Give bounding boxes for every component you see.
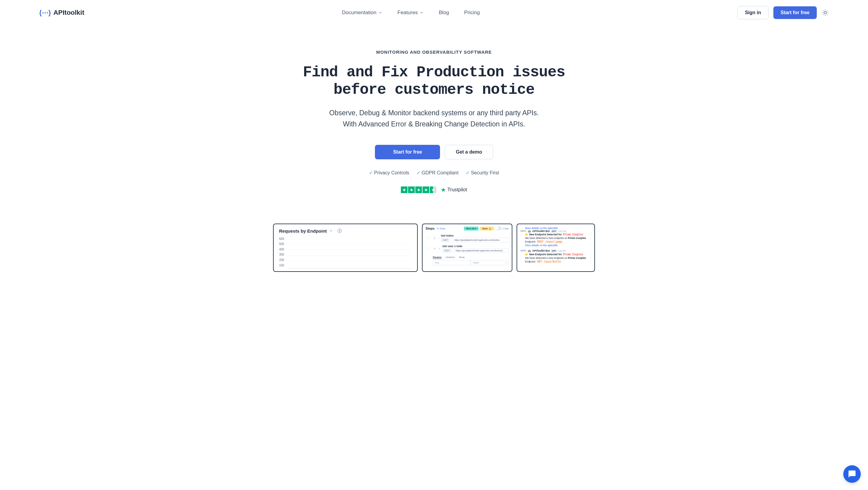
nav-pricing[interactable]: Pricing <box>464 10 480 16</box>
chevron-down-icon <box>438 248 441 250</box>
docs-link: ⇔ Docs <box>437 227 445 230</box>
sun-icon[interactable] <box>822 9 829 16</box>
star-half-icon: ★ <box>430 186 436 193</box>
hero-section: MONITORING AND OBSERVABILITY SOFTWARE Fi… <box>253 25 615 205</box>
svg-line-8 <box>827 10 827 11</box>
nav-features[interactable]: Features <box>398 10 424 16</box>
toggle-switch <box>495 227 502 230</box>
cta-start-free-button[interactable]: Start for free <box>375 145 440 159</box>
feature-gdpr: ✓GDPR Compliant <box>416 170 459 176</box>
chevron-down-icon <box>329 229 333 233</box>
chevron-down-icon <box>420 10 424 15</box>
nav-blog[interactable]: Blog <box>439 10 449 16</box>
info-icon: i <box>338 229 342 233</box>
nav-documentation[interactable]: Documentation <box>342 10 382 16</box>
steps-header: Steps ⇔ Docs Run all ▸ Save 🔒 Code <box>426 227 509 231</box>
run-all-button: Run all ▸ <box>464 227 478 231</box>
star-icon: ★ <box>423 186 429 193</box>
logo-icon: {⋯} <box>39 9 51 17</box>
features-list: ✓Privacy Controls ✓GDPR Compliant ✓Secur… <box>259 170 609 176</box>
screenshot-api-steps: Steps ⇔ Docs Run all ▸ Save 🔒 Code ⋮⋮ 1 … <box>422 224 513 272</box>
notification-2: {API} 🤖 APIToolkit Bot APP 6:50 PM 👉 New… <box>520 249 591 264</box>
more-details-link: More details on the apitoolkit <box>520 227 591 230</box>
eyebrow-text: MONITORING AND OBSERVABILITY SOFTWARE <box>259 50 609 55</box>
step-2: ⋮⋮ 2 Get user 1 todo GET https://jsonpla… <box>426 243 509 254</box>
chart-area: 600 500 400 300 200 100 <box>279 237 412 269</box>
logo-text: APItoolkit <box>53 9 84 17</box>
star-icon: ★ <box>401 186 407 193</box>
screenshot-requests-chart: Requests by Endpoint i 600 500 400 300 2… <box>273 224 418 272</box>
cta-buttons: Start for free Get a demo <box>259 145 609 159</box>
screenshot-notifications: More details on the apitoolkit {API} 🤖 A… <box>517 224 595 272</box>
start-free-button[interactable]: Start for free <box>773 6 817 19</box>
svg-line-4 <box>827 15 827 15</box>
svg-point-0 <box>824 11 827 14</box>
trustpilot-label: ★ Trustpilot <box>441 186 467 194</box>
star-icon: ★ <box>408 186 415 193</box>
key-value-row: Key Value× <box>426 260 509 265</box>
header-actions: Sign in Start for free <box>738 6 829 19</box>
notification-1: {API} 🤖 APIToolkit Bot APP 2:01 PM 👉 New… <box>520 230 591 248</box>
sign-in-button[interactable]: Sign in <box>738 6 769 19</box>
y-axis: 600 500 400 300 200 100 <box>279 237 284 269</box>
chevron-down-icon <box>378 10 382 15</box>
feature-security: ✓Security First <box>466 170 499 176</box>
cta-demo-button[interactable]: Get a demo <box>445 145 493 159</box>
headline: Find and Fix Production issues before cu… <box>259 64 609 98</box>
star-rating: ★ ★ ★ ★ ★ <box>401 186 436 193</box>
tabs-row: Params Headers Body <box>426 256 509 259</box>
step-1: ⋮⋮ 1 › Get todos GET https://jsonplaceho… <box>426 233 509 243</box>
save-button: Save 🔒 <box>480 227 494 231</box>
star-icon: ★ <box>415 186 422 193</box>
trustpilot-star-icon: ★ <box>441 186 446 194</box>
svg-line-7 <box>823 15 824 15</box>
feature-privacy: ✓Privacy Controls <box>369 170 409 176</box>
chart-title-row: Requests by Endpoint i <box>279 228 412 234</box>
main-nav: Documentation Features Blog Pricing <box>342 10 480 16</box>
screenshots-row: Requests by Endpoint i 600 500 400 300 2… <box>0 205 868 272</box>
svg-line-3 <box>823 10 824 11</box>
trustpilot-rating[interactable]: ★ ★ ★ ★ ★ ★ Trustpilot <box>259 186 609 194</box>
bars-container <box>287 237 412 269</box>
main-header: {⋯} APItoolkit Documentation Features Bl… <box>0 0 868 25</box>
logo[interactable]: {⋯} APItoolkit <box>39 9 84 17</box>
subheadline: Observe, Debug & Monitor backend systems… <box>259 108 609 130</box>
